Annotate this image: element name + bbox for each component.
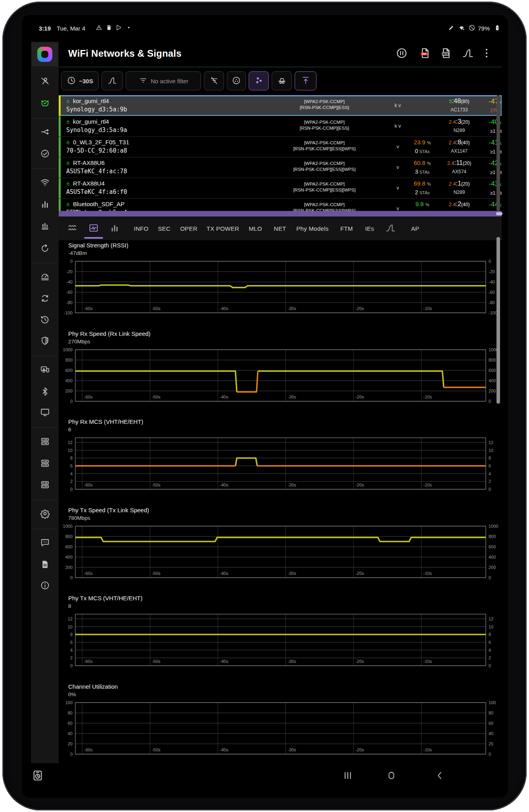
stations-chip[interactable] [227, 71, 246, 90]
ssid-label: kor_gumi_rtl4 [73, 98, 109, 104]
dnd-icon [468, 24, 475, 33]
network-row[interactable]: 0_WL3_2F_F05_T31 70-5D-CC_92:60:a8 [WPA2… [59, 136, 502, 157]
sidebar-associate[interactable] [31, 74, 59, 90]
home-button[interactable] [385, 770, 398, 783]
tab-ap[interactable]: AP [411, 216, 420, 240]
sidebar-divider [33, 427, 57, 428]
sidebar-wifi[interactable] [31, 175, 59, 191]
sidebar-branch[interactable] [31, 124, 59, 140]
scatter-chip[interactable] [249, 71, 269, 90]
tab-oper[interactable]: OPER [180, 216, 197, 240]
sidebar-server3[interactable] [31, 477, 59, 493]
svg-text:-10s: -10s [424, 395, 432, 399]
sidebar-bluetooth[interactable] [31, 384, 59, 400]
sidebar-speedtest-icon [40, 272, 50, 283]
chart-plot[interactable]: -60s-50s-40s-30s-20s-10s1212101088664422… [56, 435, 502, 494]
tab-ftm[interactable]: FTM [340, 216, 353, 240]
export-csv-button[interactable]: CSV [439, 47, 453, 61]
incognito-chip[interactable] [272, 71, 292, 90]
battery-charging-icon [494, 24, 501, 33]
tab-oper-label: OPER [180, 225, 197, 232]
tab-sec[interactable]: SEC [158, 216, 171, 240]
tablet-bezel: 3:19 Tue, Mar 4 79% WiFi Networks & Sign… [2, 2, 527, 810]
sidebar-history[interactable] [31, 312, 59, 328]
clear-filter-chip[interactable] [204, 71, 224, 90]
chart-plot[interactable]: -60s-50s-40s-30s-20s-10s1000100080080060… [56, 524, 502, 582]
sidebar-rank-badge[interactable] [31, 96, 59, 112]
chart-plot[interactable]: -60s-50s-40s-30s-20s-10s1212101088664422… [56, 612, 502, 670]
app-logo[interactable] [32, 42, 58, 66]
network-row[interactable]: kor_gumi_rtl4 Synology_d3:5a:9a [WPA2-PS… [59, 116, 502, 136]
svg-text:0: 0 [489, 487, 491, 492]
sidebar-feedback[interactable] [31, 535, 59, 551]
sta-circle-icon [232, 76, 241, 86]
bssid-label: Synology_d3:5a:9b [66, 106, 127, 113]
back-button[interactable] [433, 770, 447, 783]
tab-ies[interactable]: IEs [365, 216, 374, 240]
svg-text:-30s: -30s [288, 747, 296, 752]
tab-tx-power[interactable]: TX POWER [207, 216, 239, 240]
sidebar-speedtest[interactable] [31, 269, 59, 285]
sidebar-refresh[interactable] [31, 291, 59, 307]
recents-button[interactable] [341, 770, 355, 783]
svg-text:100: 100 [65, 700, 73, 705]
sidebar-check[interactable] [31, 146, 59, 162]
svg-text:-50s: -50s [152, 571, 161, 576]
tab-net[interactable]: NET [274, 216, 286, 240]
tab-timeline[interactable] [88, 216, 99, 240]
export-pdf-button[interactable]: PDF [418, 47, 432, 61]
splitter-bar[interactable] [59, 211, 502, 216]
scan-interval-chip[interactable]: ~30S [61, 71, 99, 90]
network-row[interactable]: RT-AX88U6 ASUSTeKC_4f:ac:78 [WPA2-PSK-CC… [59, 157, 502, 178]
fin-icon [107, 76, 117, 86]
security-label: [WPA2-PSK-CCMP][RSN-PSK-CCMP][ESS] [273, 119, 376, 131]
chart-plot[interactable]: -60s-50s-40s-30s-20s-10s1001008080606040… [56, 700, 502, 759]
sidebar-security[interactable] [31, 333, 59, 349]
funnel-icon [138, 76, 148, 86]
security-label: [WPA2-PSK-CCMP][RSN-PSK-CCMP][ESS][WPS] [273, 181, 376, 193]
sidebar-display[interactable] [31, 405, 59, 421]
tab-sweep[interactable] [67, 216, 78, 240]
pause-circle-icon [396, 47, 408, 61]
chart-title: Channel Utilization [68, 683, 118, 690]
chart-plot[interactable]: -60s-50s-40s-30s-20s-10s1000100080080060… [56, 347, 502, 406]
tab-curve[interactable] [385, 216, 396, 240]
sidebar-about-icon [40, 580, 50, 592]
network-list[interactable]: kor_gumi_rtl4 Synology_d3:5a:9b [WPA2-PS… [59, 95, 502, 211]
sidebar-devices[interactable] [31, 362, 59, 378]
sidebar-redo[interactable] [31, 241, 59, 257]
sidebar-server1-icon [40, 437, 50, 448]
chart-plot[interactable]: -60s-50s-40s-30s-20s-10s00-20-20-40-40-6… [56, 259, 502, 318]
row-color-bar [59, 137, 61, 157]
svg-text:-20s: -20s [355, 483, 364, 487]
tab-bars[interactable] [109, 216, 120, 240]
curve-chip[interactable] [102, 71, 123, 90]
network-row[interactable]: kor_gumi_rtl4 Synology_d3:5a:9b [WPA2-PS… [59, 95, 502, 116]
throughput-curve-button[interactable] [461, 47, 475, 61]
charts-scrollbar[interactable] [496, 237, 500, 404]
sidebar-about[interactable] [31, 578, 59, 594]
tab-info[interactable]: INFO [134, 216, 148, 240]
splitter-handle[interactable] [496, 212, 502, 215]
ssid-label: RT-AX88U4 [73, 180, 105, 187]
screenshot-button[interactable] [31, 770, 44, 783]
network-list-scrollbar[interactable] [496, 95, 500, 211]
row-color-bar [59, 178, 61, 198]
sidebar-settings[interactable] [31, 506, 59, 522]
filter-chip[interactable]: No active filter [126, 71, 201, 90]
tab-phy-models[interactable]: Phy Models [296, 216, 328, 240]
sidebar-logs[interactable] [31, 557, 59, 573]
sidebar-stats[interactable] [31, 197, 59, 213]
pause-button[interactable] [395, 47, 409, 61]
chart-tx-mcs: Phy Tx MCS (VHT/HE/EHT) 8 -60s-50s-40s-3… [56, 595, 502, 682]
tab-ftm-label: FTM [340, 225, 353, 232]
network-row[interactable]: RT-AX88U4 ASUSTeKC_4f:a6:f0 [WPA2-PSK-CC… [59, 178, 502, 198]
network-row[interactable]: Bluetooth_SDF_AP EFMNetwo_0e:b5:e4 [WPA2… [59, 198, 502, 211]
svg-text:-60s: -60s [84, 659, 93, 664]
sidebar-server2[interactable] [31, 456, 59, 472]
sidebar-server1[interactable] [31, 434, 59, 450]
tab-mlo[interactable]: MLO [249, 216, 262, 240]
overflow-menu-button[interactable] [479, 47, 494, 61]
sidebar-stats-floor[interactable] [31, 219, 59, 235]
scroll-top-chip[interactable] [295, 71, 316, 90]
